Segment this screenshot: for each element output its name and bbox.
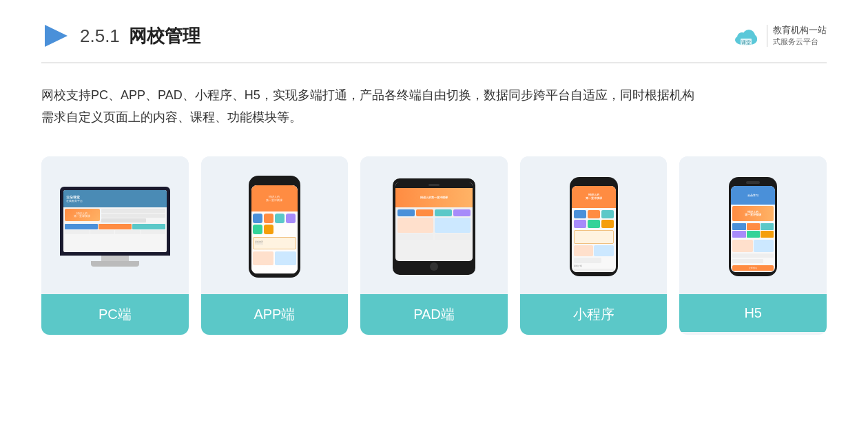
card-pad-label: PAD端: [413, 307, 455, 322]
card-app-image: 招进人的第一堂冲模课 课程推荐查看更多: [201, 156, 349, 294]
card-miniprogram-label-area: 小程序: [520, 294, 668, 335]
card-h5-image: 云朵学习 招进人的第一堂冲模课: [679, 156, 827, 294]
card-pc-image: 云朵课堂 在线教育平台 招进人的第一堂课模课: [41, 156, 189, 294]
pad-tablet-mockup: 招进人的第一堂冲模课: [393, 178, 475, 275]
card-h5-label-area: H5: [679, 294, 827, 332]
card-pc-label-area: PC端: [41, 294, 189, 335]
svg-text:课堂: 课堂: [741, 40, 751, 45]
card-app-label-area: APP端: [201, 294, 349, 335]
card-app: 招进人的第一堂冲模课 课程推荐查看更多: [201, 156, 349, 335]
app-phone-mockup: 招进人的第一堂冲模课 课程推荐查看更多: [249, 176, 300, 278]
page-wrapper: 2.5.1 网校管理 课堂 教育机构一站 式服务云平台 网校支持PC、: [0, 0, 868, 434]
h5-phone-mockup: 云朵学习 招进人的第一堂冲模课: [729, 177, 777, 276]
card-pad: 招进人的第一堂冲模课: [360, 156, 508, 335]
card-miniprogram: 招进人的第一堂冲模课: [520, 156, 668, 335]
card-pc: 云朵课堂 在线教育平台 招进人的第一堂课模课: [41, 156, 189, 335]
card-pad-label-area: PAD端: [360, 294, 508, 335]
header-left: 2.5.1 网校管理: [41, 22, 200, 50]
logo-cloud-icon: 课堂: [731, 21, 761, 51]
logo-text: 教育机构一站 式服务云平台: [767, 25, 827, 46]
pc-mockup: 云朵课堂 在线教育平台 招进人的第一堂课模课: [60, 187, 170, 267]
card-pc-label: PC端: [99, 307, 132, 322]
card-pad-image: 招进人的第一堂冲模课: [360, 156, 508, 294]
card-h5-label: H5: [744, 305, 762, 320]
card-app-label: APP端: [254, 307, 295, 322]
card-miniprogram-image: 招进人的第一堂冲模课: [520, 156, 668, 294]
logo-area: 课堂 教育机构一站 式服务云平台: [731, 21, 827, 51]
play-icon: [41, 22, 69, 50]
svg-marker-0: [45, 25, 68, 47]
device-cards-row: 云朵课堂 在线教育平台 招进人的第一堂课模课: [41, 156, 827, 335]
page-header: 2.5.1 网校管理 课堂 教育机构一站 式服务云平台: [41, 21, 827, 63]
page-description: 网校支持PC、APP、PAD、小程序、H5，实现多端打通，产品各终端自由切换，数…: [41, 84, 827, 129]
miniprogram-phone-mockup: 招进人的第一堂冲模课: [570, 177, 618, 276]
card-h5: 云朵学习 招进人的第一堂冲模课: [679, 156, 827, 335]
card-miniprogram-label: 小程序: [573, 307, 614, 322]
page-title: 2.5.1 网校管理: [80, 24, 200, 48]
